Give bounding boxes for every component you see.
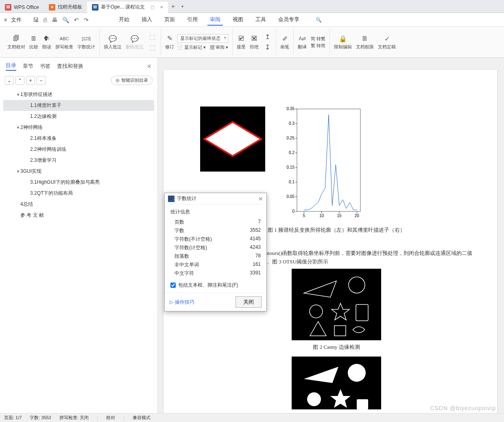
include-checkbox-input[interactable] <box>170 283 176 288</box>
svg-point-34 <box>348 364 366 382</box>
show-markup-button[interactable]: 📄 显示标记 ▾ <box>177 44 206 50</box>
status-spell[interactable]: 拼写检查: 关闭 <box>59 415 89 421</box>
template-tab[interactable]: ✦ 找稻壳模板 <box>44 2 87 13</box>
preview-icon[interactable]: 🔍 <box>62 17 69 23</box>
doc-perm-button[interactable]: 🗎文档权限 <box>356 34 374 50</box>
toc-item-11[interactable]: 参 考 文 献 <box>3 210 154 221</box>
delete-comment-button[interactable]: 💬删除批注 <box>126 34 144 50</box>
save-icon[interactable]: 🖫 <box>33 17 39 23</box>
dialog-close-icon[interactable]: ✕ <box>258 196 263 202</box>
revise-button[interactable]: ✎修订 <box>165 34 174 50</box>
menu-item-6[interactable]: 工具 <box>253 14 268 26</box>
close-button[interactable]: 关闭 <box>236 296 262 308</box>
restrict-button[interactable]: 🔒限制编辑 <box>334 34 352 50</box>
prev-comment-icon[interactable]: ⬚ <box>148 33 157 41</box>
toc-item-3[interactable]: ▼2神经网络 <box>3 122 154 133</box>
svg-text:0.15: 0.15 <box>287 165 295 170</box>
remove-button[interactable]: − <box>37 76 46 85</box>
expand-button[interactable]: ⌃ <box>15 76 24 85</box>
toc-item-1[interactable]: 1.1傅里叶算子 <box>3 100 154 111</box>
svg-marker-26 <box>304 281 336 297</box>
tips-link[interactable]: ▷ 操作技巧 <box>170 299 194 306</box>
search-icon[interactable]: 🔍 <box>316 17 322 23</box>
next-comment-icon[interactable]: ⬚ <box>148 43 157 52</box>
reject-button[interactable]: 🗷拒绝 <box>250 34 259 50</box>
svg-marker-31 <box>310 322 326 336</box>
accept-label: 接受 <box>237 44 246 50</box>
compare-icon: 🗎 <box>29 34 38 43</box>
document-tab-label: 基于Ope... 课程论文 <box>101 4 145 11</box>
toc-item-7[interactable]: ▼3GUI实现 <box>3 166 154 177</box>
proof-button[interactable]: 🗐文档校对 <box>7 34 25 50</box>
document-tab[interactable]: W 基于Ope... 课程论文 ▢ ✕ <box>87 2 168 13</box>
new-tab-dropdown-icon[interactable]: ▾ <box>178 4 187 9</box>
sidebar-tab-find[interactable]: 查找和替换 <box>57 63 83 70</box>
svg-text:5: 5 <box>303 213 305 218</box>
accept-button[interactable]: 🗹接受 <box>237 34 246 50</box>
app-tab[interactable]: W WPS Office <box>0 2 44 13</box>
sidebar-tab-chapters[interactable]: 章节 <box>23 63 33 70</box>
sidebar-tab-toc[interactable]: 目录 <box>6 62 16 71</box>
svg-point-27 <box>349 277 365 293</box>
menu-item-1[interactable]: 插入 <box>139 14 155 26</box>
status-words[interactable]: 字数: 3552 <box>30 415 51 421</box>
sidebar-close-icon[interactable]: ✕ <box>147 63 152 70</box>
sidebar-tab-bookmarks[interactable]: 书签 <box>40 63 50 70</box>
include-checkbox[interactable]: 包括文本框、脚注和尾注(F) <box>170 282 261 289</box>
insert-comment-button[interactable]: 💬插入批注 <box>104 34 122 50</box>
delete-comment-icon: 💬 <box>130 34 139 43</box>
dialog-icon: W <box>168 196 175 202</box>
add-button[interactable]: + <box>26 76 35 85</box>
revise-icon: ✎ <box>165 34 174 43</box>
prev-change-icon[interactable]: ↥ <box>263 33 272 41</box>
undo-icon[interactable]: ↶ <box>74 17 79 23</box>
close-tab-icon[interactable]: ✕ <box>160 5 163 9</box>
spell-button[interactable]: ABC拼写检查 <box>55 34 73 50</box>
perm-icon: 🗎 <box>360 34 369 43</box>
redo-icon[interactable]: ↷ <box>84 17 89 23</box>
status-page[interactable]: 页面: 1/7 <box>4 415 22 421</box>
svg-point-28 <box>310 305 323 318</box>
collapse-button[interactable]: ⌄ <box>5 76 14 85</box>
toc-item-6[interactable]: 2.3增量学习 <box>3 155 154 166</box>
wordcount-icon: [123] <box>82 34 91 43</box>
status-review[interactable]: 校对 <box>106 415 115 421</box>
toc-item-8[interactable]: 3.1HighGUI下的轮廓叠加与高亮 <box>3 177 154 188</box>
smart-toc-button[interactable]: ◎ 智能识别目录 <box>111 76 153 85</box>
conv-simple-button[interactable]: 繁 转简 <box>311 43 325 49</box>
status-compat[interactable]: 兼容模式 <box>133 415 151 421</box>
svg-text:0.05: 0.05 <box>287 194 295 199</box>
compare-button[interactable]: 🗎比较 <box>29 34 38 50</box>
toc-item-10[interactable]: 4总结 <box>3 199 154 210</box>
review-pane-button[interactable]: ▦ 审阅 ▾ <box>210 44 228 50</box>
pen-button[interactable]: ✐画笔 <box>280 34 289 50</box>
read-button[interactable]: 🗣朗读 <box>42 34 51 50</box>
restore-icon[interactable]: ▢ <box>151 5 154 9</box>
markup-select[interactable]: 显示标记的最终状态 <box>177 34 228 43</box>
final-icon: ✓ <box>382 34 391 43</box>
print-icon[interactable]: 🖶 <box>52 17 57 23</box>
translate-icon: A⇄ <box>298 34 307 43</box>
export-icon[interactable]: ⎙ <box>44 17 47 23</box>
menu-item-5[interactable]: 视图 <box>230 14 246 26</box>
menu-item-4[interactable]: 审阅 <box>207 14 223 26</box>
toc-item-2[interactable]: 1.2边缘检测 <box>3 111 154 122</box>
new-tab-button[interactable]: + <box>168 3 178 10</box>
file-menu[interactable]: ≡ 文件 <box>4 15 24 25</box>
toc-item-0[interactable]: ▼1形状特征描述 <box>3 89 154 100</box>
svg-marker-29 <box>332 303 349 320</box>
reject-label: 拒绝 <box>250 44 259 50</box>
toc-item-9[interactable]: 3.2QT下的功能布局 <box>3 188 154 199</box>
toc-item-4[interactable]: 2.1样本准备 <box>3 133 154 144</box>
toc-item-5[interactable]: 2.2神经网络训练 <box>3 144 154 155</box>
menu-item-2[interactable]: 页面 <box>162 14 177 26</box>
menu-item-0[interactable]: 开始 <box>116 14 132 26</box>
next-change-icon[interactable]: ↧ <box>263 43 272 52</box>
doc-final-button[interactable]: ✓文档定稿 <box>378 34 396 50</box>
wordcount-button[interactable]: [123]字数统计 <box>77 34 95 50</box>
conv-trad-button[interactable]: 简 转繁 <box>311 36 325 42</box>
menu-item-7[interactable]: 会员专享 <box>276 14 302 26</box>
menu-item-3[interactable]: 引用 <box>185 14 200 26</box>
dialog-titlebar[interactable]: W 字数统计 ✕ <box>165 193 266 204</box>
translate-button[interactable]: A⇄翻译 <box>298 34 307 50</box>
